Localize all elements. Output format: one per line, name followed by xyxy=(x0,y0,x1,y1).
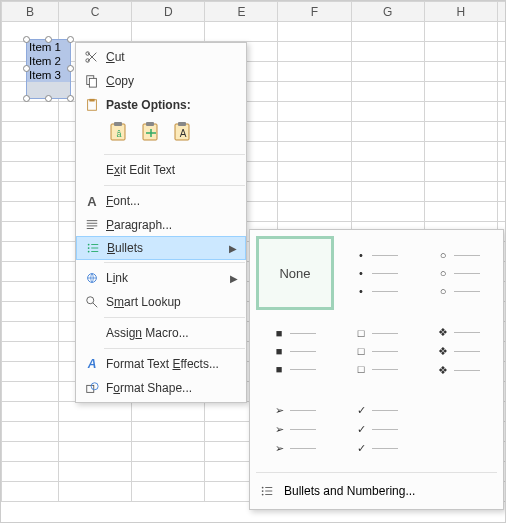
menu-label: Paste Options: xyxy=(102,98,238,112)
format-shape-icon xyxy=(82,381,102,395)
menu-label: Font... xyxy=(102,194,238,208)
shape-text-line[interactable]: Item 2 xyxy=(27,54,70,68)
scissors-icon xyxy=(82,50,102,64)
menu-label: Smart Lookup xyxy=(102,295,238,309)
menu-exit-edit-text[interactable]: Exit Edit Text xyxy=(76,158,246,182)
menu-label: Paragraph... xyxy=(102,218,238,232)
resize-handle[interactable] xyxy=(67,36,74,43)
menu-link[interactable]: Link ▶ xyxy=(76,266,246,290)
svg-point-20 xyxy=(91,383,98,390)
bullet-option-disc[interactable]: • • • xyxy=(338,236,416,310)
text-effects-icon: A xyxy=(82,357,102,371)
bullet-option-outline-square[interactable]: □ □ □ xyxy=(338,314,416,388)
menu-paste-options: Paste Options: xyxy=(76,93,246,117)
resize-handle[interactable] xyxy=(67,65,74,72)
bullets-flyout: None • • • ○ ○ ○ ■ ■ ■ □ □ □ ❖ ❖ ❖ ➢ ➢ xyxy=(249,229,504,510)
search-icon xyxy=(82,295,102,309)
svg-point-22 xyxy=(262,490,264,492)
resize-handle[interactable] xyxy=(67,95,74,102)
menu-label: Format Text Effects... xyxy=(102,357,238,371)
col-header[interactable]: G xyxy=(351,2,424,22)
bullets-icon xyxy=(83,241,103,255)
resize-handle[interactable] xyxy=(23,95,30,102)
menu-label: Assign Macro... xyxy=(102,326,238,340)
paste-keep-source-button[interactable]: â xyxy=(106,119,132,145)
link-icon xyxy=(82,271,102,285)
bullets-icon xyxy=(260,484,280,498)
bullet-option-diamond[interactable]: ❖ ❖ ❖ xyxy=(420,314,498,388)
menu-label: Link xyxy=(102,271,230,285)
col-header[interactable]: I xyxy=(497,2,506,22)
svg-rect-12 xyxy=(178,122,186,126)
menu-label: Bullets xyxy=(103,241,229,255)
resize-handle[interactable] xyxy=(23,65,30,72)
svg-point-16 xyxy=(88,251,90,253)
col-header[interactable]: D xyxy=(132,2,205,22)
text-shape[interactable]: Item 1 Item 2 Item 3 xyxy=(26,39,71,99)
svg-point-18 xyxy=(87,297,94,304)
bullet-option-none[interactable]: None xyxy=(256,236,334,310)
bullet-option-arrowhead[interactable]: ➢ ➢ ➢ xyxy=(256,392,334,466)
menu-label: Format Shape... xyxy=(102,381,238,395)
menu-label: Exit Edit Text xyxy=(102,163,238,177)
menu-label: Copy xyxy=(102,74,238,88)
col-header[interactable]: F xyxy=(278,2,351,22)
svg-rect-9 xyxy=(143,124,157,140)
svg-rect-7 xyxy=(114,122,122,126)
menu-label: Cut xyxy=(102,50,238,64)
shape-text-line[interactable]: Item 3 xyxy=(27,68,70,82)
paste-options-row: â A xyxy=(76,117,246,151)
col-header[interactable]: B xyxy=(2,2,59,22)
menu-bullets[interactable]: Bullets ▶ xyxy=(76,236,246,260)
context-menu: Cut Copy Paste Options: â A Exit Edit Te… xyxy=(75,42,247,403)
menu-format-shape[interactable]: Format Shape... xyxy=(76,376,246,400)
resize-handle[interactable] xyxy=(45,36,52,43)
svg-rect-3 xyxy=(89,78,96,87)
bullet-option-filled-square[interactable]: ■ ■ ■ xyxy=(256,314,334,388)
col-header[interactable]: H xyxy=(424,2,497,22)
menu-font[interactable]: A Font... xyxy=(76,189,246,213)
svg-point-21 xyxy=(262,487,264,489)
font-icon: A xyxy=(82,194,102,209)
svg-point-23 xyxy=(262,494,264,496)
col-header[interactable]: C xyxy=(59,2,132,22)
svg-text:â: â xyxy=(116,129,121,139)
svg-point-14 xyxy=(88,244,90,246)
menu-assign-macro[interactable]: Assign Macro... xyxy=(76,321,246,345)
menu-cut[interactable]: Cut xyxy=(76,45,246,69)
bullets-and-numbering[interactable]: Bullets and Numbering... xyxy=(256,479,497,503)
resize-handle[interactable] xyxy=(23,36,30,43)
bullet-option-circle[interactable]: ○ ○ ○ xyxy=(420,236,498,310)
menu-label: Bullets and Numbering... xyxy=(280,484,415,498)
menu-paragraph[interactable]: Paragraph... xyxy=(76,213,246,237)
copy-icon xyxy=(82,74,102,88)
svg-text:A: A xyxy=(180,128,187,139)
col-header[interactable]: E xyxy=(205,2,278,22)
svg-point-15 xyxy=(88,247,90,249)
svg-rect-5 xyxy=(89,99,94,102)
chevron-right-icon: ▶ xyxy=(229,243,237,254)
menu-smart-lookup[interactable]: Smart Lookup xyxy=(76,290,246,314)
paragraph-icon xyxy=(82,218,102,232)
paste-merge-button[interactable] xyxy=(138,119,164,145)
bullet-option-check[interactable]: ✓ ✓ ✓ xyxy=(338,392,416,466)
menu-copy[interactable]: Copy xyxy=(76,69,246,93)
resize-handle[interactable] xyxy=(45,95,52,102)
menu-format-text-effects[interactable]: A Format Text Effects... xyxy=(76,352,246,376)
svg-rect-10 xyxy=(146,122,154,126)
paste-text-only-button[interactable]: A xyxy=(170,119,196,145)
clipboard-icon xyxy=(82,98,102,112)
chevron-right-icon: ▶ xyxy=(230,273,238,284)
